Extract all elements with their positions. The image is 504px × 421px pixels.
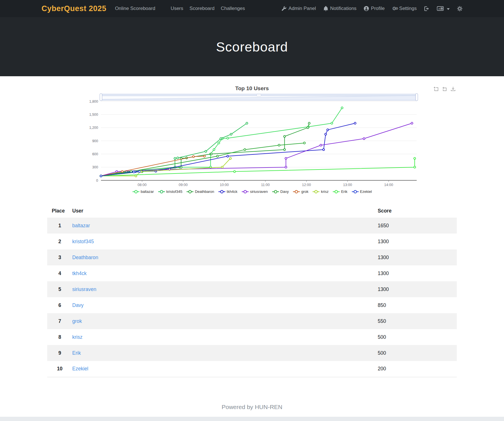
place-cell: 10 [47, 361, 72, 377]
user-link[interactable]: tkh4ck [72, 271, 87, 276]
legend-item-Ezekiel[interactable]: Ezekiel [352, 189, 372, 194]
data-point-Deathbaron [284, 148, 286, 150]
data-point-Davy [244, 148, 246, 150]
data-point-siriusraven [285, 166, 287, 168]
theme-toggle[interactable] [457, 6, 462, 11]
y-axis-label: 0 [96, 179, 98, 183]
scoreboard-line-chart: 03006009001,2001,5001,80008:0009:0010:00… [42, 93, 462, 189]
data-point-siriusraven [285, 157, 287, 159]
legend-item-baltazar[interactable]: baltazar [132, 189, 154, 194]
download-icon[interactable] [451, 86, 456, 92]
nav-link-users[interactable]: Users [171, 6, 183, 11]
legend-marker [312, 190, 320, 194]
data-point-Deathbaron [284, 135, 286, 137]
table-header-row: Place User Score [47, 204, 457, 218]
user-cell: tkh4ck [72, 265, 378, 281]
language-selector[interactable]: A z [437, 6, 450, 11]
zoom-select-icon[interactable] [433, 86, 439, 92]
data-point-kristof345 [220, 138, 222, 140]
user-cell: Erik [72, 345, 378, 361]
user-link[interactable]: Davy [72, 302, 84, 308]
legend-marker [132, 190, 140, 194]
data-point-Davy [216, 155, 218, 157]
nav-link-challenges[interactable]: Challenges [221, 6, 245, 11]
footer-bar [0, 417, 504, 421]
user-link[interactable]: Erik [72, 350, 81, 356]
legend-item-siriusraven[interactable]: siriusraven [241, 189, 268, 194]
chart-card: Top 10 Users 03006009001,2001,5001,80008… [42, 76, 462, 194]
legend-label: Deathbaron [195, 189, 214, 194]
data-point-grok [121, 171, 123, 173]
restore-icon[interactable] [442, 86, 447, 92]
table-row: 6Davy850 [47, 297, 457, 313]
place-cell: 2 [47, 234, 72, 249]
data-point-Deathbaron [210, 153, 212, 155]
notifications-link[interactable]: Notifications [323, 6, 357, 11]
data-point-siriusraven [116, 171, 118, 173]
footer-text: Powered by HUN-REN [0, 404, 504, 410]
legend-item-kristof345[interactable]: kristof345 [158, 189, 182, 194]
nav-link-online-scoreboard[interactable]: Online Scoreboard [115, 6, 155, 11]
user-link[interactable]: siriusraven [72, 286, 96, 292]
table-row: 1baltazar1650 [47, 218, 457, 234]
legend-item-grok[interactable]: grok [293, 189, 308, 194]
score-cell: 1300 [378, 281, 457, 297]
gears-icon: ⚙⚙ [392, 6, 397, 11]
data-point-Erik [234, 171, 236, 173]
table-row: 10Ezekiel200 [47, 361, 457, 377]
legend-item-krisz[interactable]: krisz [312, 189, 329, 194]
datazoom-handle-left[interactable] [100, 94, 102, 101]
user-link[interactable]: grok [72, 318, 82, 324]
x-axis-label: 11:00 [261, 183, 270, 187]
x-axis-label: 12:00 [302, 183, 311, 187]
legend-item-Deathbaron[interactable]: Deathbaron [186, 189, 214, 194]
profile-link[interactable]: Profile [364, 6, 385, 11]
brand-logo[interactable]: CyberQuest 2025 [42, 4, 106, 13]
legend-item-tkh4ck[interactable]: tkh4ck [218, 189, 237, 194]
datazoom-handle-right[interactable] [416, 94, 418, 101]
svg-text:z: z [441, 8, 442, 10]
user-link[interactable]: Deathbaron [72, 255, 98, 260]
user-cell: Deathbaron [72, 249, 378, 265]
place-cell: 9 [47, 345, 72, 361]
user-cell: siriusraven [72, 281, 378, 297]
user-link[interactable]: Ezekiel [72, 366, 88, 372]
user-cell: krisz [72, 329, 378, 345]
legend-item-Erik[interactable]: Erik [332, 189, 347, 194]
place-cell: 6 [47, 297, 72, 313]
nav-link-scoreboard[interactable]: Scoreboard [189, 6, 214, 11]
data-point-Erik [414, 166, 416, 168]
table-row: 8krisz500 [47, 329, 457, 345]
place-cell: 8 [47, 329, 72, 345]
legend-marker [186, 190, 194, 194]
user-link[interactable]: baltazar [72, 223, 90, 228]
x-axis-label: 09:00 [179, 183, 187, 187]
table-row: 3Deathbaron1300 [47, 249, 457, 265]
place-cell: 4 [47, 265, 72, 281]
place-cell: 3 [47, 249, 72, 265]
x-axis-label: 10:00 [220, 183, 229, 187]
legend-label: baltazar [141, 189, 154, 194]
admin-panel-link[interactable]: Admin Panel [281, 6, 316, 11]
datazoom-grip[interactable] [257, 94, 261, 96]
legend-item-Davy[interactable]: Davy [272, 189, 289, 194]
data-point-Ezekiel [138, 171, 140, 173]
user-link[interactable]: kristof345 [72, 239, 94, 244]
caret-down-icon [447, 6, 450, 11]
profile-label: Profile [371, 6, 385, 11]
score-cell: 1300 [378, 265, 457, 281]
user-cell: kristof345 [72, 234, 378, 249]
user-cell: grok [72, 313, 378, 329]
user-cell: baltazar [72, 218, 378, 234]
data-point-grok [193, 156, 195, 158]
data-point-tkh4ck [354, 122, 356, 124]
data-point-kristof345 [230, 133, 232, 135]
sign-out-button[interactable] [424, 6, 429, 11]
data-point-kristof345 [205, 150, 207, 152]
user-link[interactable]: krisz [72, 334, 82, 340]
data-point-baltazar [341, 107, 343, 109]
table-row: 9Erik500 [47, 345, 457, 361]
settings-link[interactable]: ⚙⚙ Settings [392, 6, 417, 11]
translate-icon: A z [437, 6, 444, 11]
y-axis-label: 900 [92, 139, 98, 143]
